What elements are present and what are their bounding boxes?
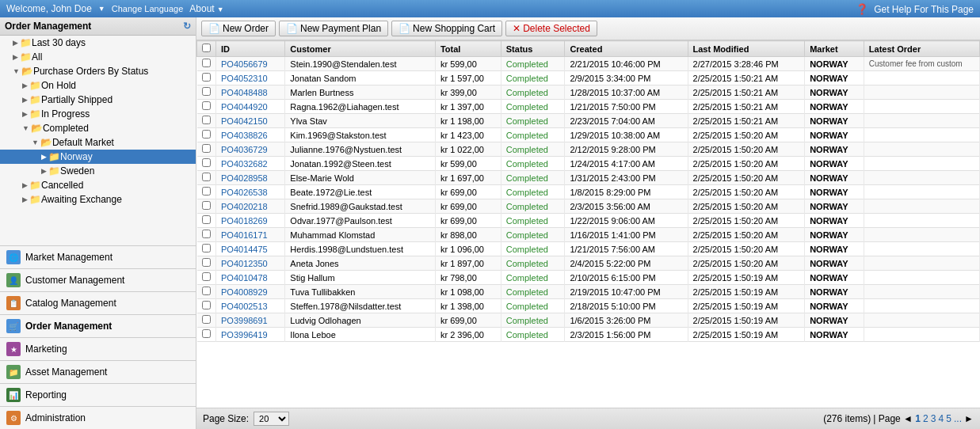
page-3-link[interactable]: 3 xyxy=(931,413,936,424)
sidebar-nav-marketing[interactable]: ★ Marketing xyxy=(0,337,196,360)
sidebar-item-cancelled[interactable]: ▶ 📁 Cancelled xyxy=(0,178,196,192)
row-checkbox-cell[interactable] xyxy=(197,228,216,242)
row-id[interactable]: PO4016171 xyxy=(216,228,285,242)
row-checkbox[interactable] xyxy=(202,215,211,224)
sidebar-nav-reporting[interactable]: 📊 Reporting xyxy=(0,383,196,406)
row-id[interactable]: PO4044920 xyxy=(216,100,285,114)
row-checkbox-cell[interactable] xyxy=(197,171,216,185)
row-checkbox[interactable] xyxy=(202,329,211,338)
row-checkbox-cell[interactable] xyxy=(197,57,216,71)
row-checkbox-cell[interactable] xyxy=(197,85,216,100)
sidebar-nav-market[interactable]: 🌐 Market Management xyxy=(0,245,196,268)
sidebar-nav-catalog[interactable]: 📋 Catalog Management xyxy=(0,291,196,314)
row-checkbox-cell[interactable] xyxy=(197,271,216,285)
about-link[interactable]: About ▼ xyxy=(189,3,223,14)
sidebar-item-default-market[interactable]: ▼ 📂 Default Market xyxy=(0,135,196,150)
page-4-link[interactable]: 4 xyxy=(939,413,944,424)
row-id[interactable]: PO4018269 xyxy=(216,214,285,228)
page-2-link[interactable]: 2 xyxy=(923,413,929,424)
row-total: kr 1 397,00 xyxy=(435,100,501,114)
row-checkbox[interactable] xyxy=(202,116,211,124)
row-checkbox[interactable] xyxy=(202,201,211,210)
row-id[interactable]: PO4036729 xyxy=(216,142,285,157)
row-id[interactable]: PO4048488 xyxy=(216,85,285,100)
row-checkbox[interactable] xyxy=(202,130,211,139)
row-checkbox-cell[interactable] xyxy=(197,242,216,256)
row-checkbox[interactable] xyxy=(202,287,211,295)
row-checkbox-cell[interactable] xyxy=(197,100,216,114)
row-checkbox-cell[interactable] xyxy=(197,185,216,199)
row-id[interactable]: PO4056679 xyxy=(216,57,285,71)
row-total: kr 699,00 xyxy=(435,214,501,228)
row-id[interactable]: PO4020218 xyxy=(216,199,285,214)
sidebar-nav-asset[interactable]: 📁 Asset Management xyxy=(0,360,196,383)
row-checkbox-cell[interactable] xyxy=(197,285,216,299)
row-id[interactable]: PO4042150 xyxy=(216,114,285,128)
row-id[interactable]: PO4038826 xyxy=(216,128,285,142)
row-checkbox[interactable] xyxy=(202,301,211,309)
row-checkbox-cell[interactable] xyxy=(197,299,216,313)
row-checkbox-cell[interactable] xyxy=(197,328,216,342)
sidebar-item-last30[interactable]: ▶ 📁 Last 30 days xyxy=(0,36,196,50)
row-checkbox[interactable] xyxy=(202,87,211,96)
change-language-link[interactable]: Change Language xyxy=(112,4,184,13)
sidebar-item-on-hold[interactable]: ▶ 📁 On Hold xyxy=(0,78,196,93)
row-checkbox[interactable] xyxy=(202,315,211,324)
sidebar-item-in-progress[interactable]: ▶ 📁 In Progress xyxy=(0,107,196,121)
row-checkbox-cell[interactable] xyxy=(197,114,216,128)
row-checkbox-cell[interactable] xyxy=(197,128,216,142)
page-1-link[interactable]: 1 xyxy=(915,413,921,424)
page-5-link[interactable]: 5 xyxy=(946,413,951,424)
sidebar-item-completed[interactable]: ▼ 📂 Completed xyxy=(0,121,196,135)
delete-selected-button[interactable]: ✕ Delete Selected xyxy=(505,21,597,36)
row-checkbox[interactable] xyxy=(202,173,211,181)
row-id[interactable]: PO3998691 xyxy=(216,313,285,328)
new-order-button[interactable]: 📄 New Order xyxy=(201,21,276,36)
row-checkbox[interactable] xyxy=(202,101,211,110)
row-checkbox-cell[interactable] xyxy=(197,142,216,157)
row-checkbox[interactable] xyxy=(202,230,211,238)
row-checkbox-cell[interactable] xyxy=(197,157,216,171)
row-checkbox-cell[interactable] xyxy=(197,71,216,85)
sidebar-nav-label: Reporting xyxy=(25,389,67,401)
row-id[interactable]: PO3996419 xyxy=(216,328,285,342)
sidebar-item-by-status[interactable]: ▼ 📂 Purchase Orders By Status xyxy=(0,64,196,78)
row-id[interactable]: PO4012350 xyxy=(216,256,285,271)
row-checkbox[interactable] xyxy=(202,158,211,167)
row-checkbox-cell[interactable] xyxy=(197,256,216,271)
row-checkbox-cell[interactable] xyxy=(197,214,216,228)
page-size-select[interactable]: 10 20 50 100 xyxy=(254,412,289,426)
help-link[interactable]: ❓ Get Help For This Page xyxy=(856,3,974,15)
row-checkbox[interactable] xyxy=(202,258,211,267)
row-id[interactable]: PO4028958 xyxy=(216,171,285,185)
row-latest xyxy=(864,214,979,228)
sidebar-nav-customer[interactable]: 👤 Customer Management xyxy=(0,268,196,291)
sidebar-nav-order[interactable]: 🛒 Order Management xyxy=(0,314,196,337)
row-checkbox[interactable] xyxy=(202,187,211,196)
row-id[interactable]: PO4010478 xyxy=(216,271,285,285)
sidebar-refresh-icon[interactable]: ↻ xyxy=(183,21,191,32)
row-checkbox[interactable] xyxy=(202,144,211,153)
sidebar-item-norway[interactable]: ▶ 📁 Norway xyxy=(0,150,196,164)
sidebar-item-awaiting-exchange[interactable]: ▶ 📁 Awaiting Exchange xyxy=(0,192,196,207)
page-next-link[interactable]: ... xyxy=(954,413,962,424)
row-id[interactable]: PO4014475 xyxy=(216,242,285,256)
row-id[interactable]: PO4002513 xyxy=(216,299,285,313)
sidebar-item-sweden[interactable]: ▶ 📁 Sweden xyxy=(0,164,196,178)
row-id[interactable]: PO4026538 xyxy=(216,185,285,199)
row-checkbox[interactable] xyxy=(202,73,211,82)
select-all-checkbox[interactable] xyxy=(202,44,211,52)
sidebar-item-partially-shipped[interactable]: ▶ 📁 Partially Shipped xyxy=(0,93,196,107)
new-payment-plan-button[interactable]: 📄 New Payment Plan xyxy=(279,21,388,36)
row-checkbox[interactable] xyxy=(202,272,211,281)
new-shopping-cart-button[interactable]: 📄 New Shopping Cart xyxy=(391,21,502,36)
row-checkbox[interactable] xyxy=(202,244,211,252)
sidebar-item-all[interactable]: ▶ 📁 All xyxy=(0,50,196,64)
sidebar-nav-administration[interactable]: ⚙ Administration xyxy=(0,406,196,429)
row-checkbox[interactable] xyxy=(202,59,211,67)
row-checkbox-cell[interactable] xyxy=(197,199,216,214)
row-id[interactable]: PO4008929 xyxy=(216,285,285,299)
row-id[interactable]: PO4032682 xyxy=(216,157,285,171)
row-checkbox-cell[interactable] xyxy=(197,313,216,328)
row-id[interactable]: PO4052310 xyxy=(216,71,285,85)
